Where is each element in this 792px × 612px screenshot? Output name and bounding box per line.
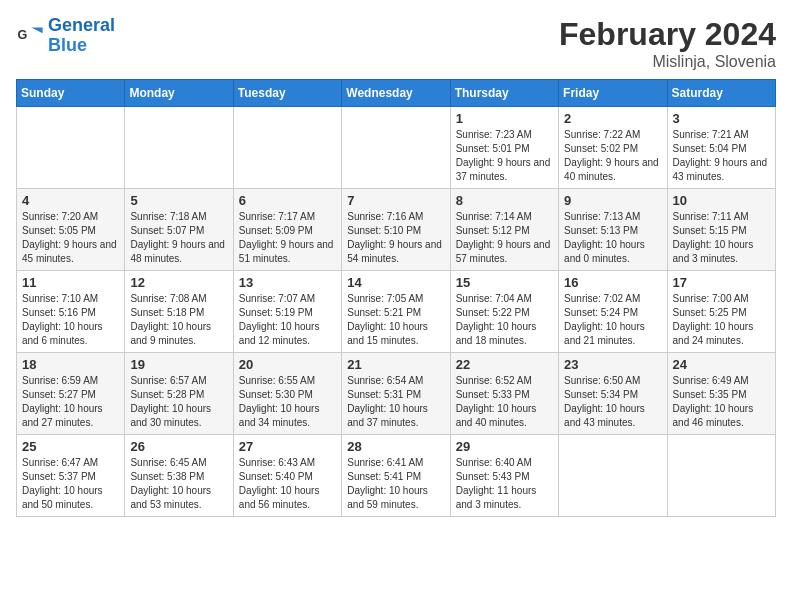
calendar-cell: 26Sunrise: 6:45 AMSunset: 5:38 PMDayligh… — [125, 435, 233, 517]
day-info: Sunrise: 6:40 AMSunset: 5:43 PMDaylight:… — [456, 456, 553, 512]
day-info: Sunrise: 6:41 AMSunset: 5:41 PMDaylight:… — [347, 456, 444, 512]
day-info: Sunrise: 7:04 AMSunset: 5:22 PMDaylight:… — [456, 292, 553, 348]
location-subtitle: Mislinja, Slovenia — [559, 53, 776, 71]
calendar-cell: 3Sunrise: 7:21 AMSunset: 5:04 PMDaylight… — [667, 107, 775, 189]
calendar-cell: 17Sunrise: 7:00 AMSunset: 5:25 PMDayligh… — [667, 271, 775, 353]
logo-text: General Blue — [48, 16, 115, 56]
day-number: 11 — [22, 275, 119, 290]
day-info: Sunrise: 6:47 AMSunset: 5:37 PMDaylight:… — [22, 456, 119, 512]
day-number: 28 — [347, 439, 444, 454]
logo: G General Blue — [16, 16, 115, 56]
day-number: 9 — [564, 193, 661, 208]
calendar-cell: 8Sunrise: 7:14 AMSunset: 5:12 PMDaylight… — [450, 189, 558, 271]
weekday-header-monday: Monday — [125, 80, 233, 107]
calendar-week-5: 25Sunrise: 6:47 AMSunset: 5:37 PMDayligh… — [17, 435, 776, 517]
calendar-cell: 27Sunrise: 6:43 AMSunset: 5:40 PMDayligh… — [233, 435, 341, 517]
day-number: 23 — [564, 357, 661, 372]
calendar-cell: 7Sunrise: 7:16 AMSunset: 5:10 PMDaylight… — [342, 189, 450, 271]
calendar-cell: 11Sunrise: 7:10 AMSunset: 5:16 PMDayligh… — [17, 271, 125, 353]
calendar-cell: 21Sunrise: 6:54 AMSunset: 5:31 PMDayligh… — [342, 353, 450, 435]
day-info: Sunrise: 7:08 AMSunset: 5:18 PMDaylight:… — [130, 292, 227, 348]
calendar-cell: 10Sunrise: 7:11 AMSunset: 5:15 PMDayligh… — [667, 189, 775, 271]
day-number: 22 — [456, 357, 553, 372]
day-number: 1 — [456, 111, 553, 126]
day-info: Sunrise: 6:55 AMSunset: 5:30 PMDaylight:… — [239, 374, 336, 430]
calendar-body: 1Sunrise: 7:23 AMSunset: 5:01 PMDaylight… — [17, 107, 776, 517]
calendar-cell — [559, 435, 667, 517]
day-number: 29 — [456, 439, 553, 454]
day-info: Sunrise: 7:11 AMSunset: 5:15 PMDaylight:… — [673, 210, 770, 266]
calendar-table: SundayMondayTuesdayWednesdayThursdayFrid… — [16, 79, 776, 517]
calendar-week-1: 1Sunrise: 7:23 AMSunset: 5:01 PMDaylight… — [17, 107, 776, 189]
day-info: Sunrise: 6:57 AMSunset: 5:28 PMDaylight:… — [130, 374, 227, 430]
day-info: Sunrise: 7:23 AMSunset: 5:01 PMDaylight:… — [456, 128, 553, 184]
weekday-header-sunday: Sunday — [17, 80, 125, 107]
day-info: Sunrise: 7:18 AMSunset: 5:07 PMDaylight:… — [130, 210, 227, 266]
day-number: 4 — [22, 193, 119, 208]
weekday-header-friday: Friday — [559, 80, 667, 107]
day-number: 27 — [239, 439, 336, 454]
weekday-header-wednesday: Wednesday — [342, 80, 450, 107]
day-info: Sunrise: 7:07 AMSunset: 5:19 PMDaylight:… — [239, 292, 336, 348]
calendar-cell: 25Sunrise: 6:47 AMSunset: 5:37 PMDayligh… — [17, 435, 125, 517]
day-info: Sunrise: 7:10 AMSunset: 5:16 PMDaylight:… — [22, 292, 119, 348]
day-info: Sunrise: 6:43 AMSunset: 5:40 PMDaylight:… — [239, 456, 336, 512]
svg-marker-1 — [31, 27, 42, 33]
calendar-cell: 1Sunrise: 7:23 AMSunset: 5:01 PMDaylight… — [450, 107, 558, 189]
calendar-cell: 12Sunrise: 7:08 AMSunset: 5:18 PMDayligh… — [125, 271, 233, 353]
calendar-cell: 18Sunrise: 6:59 AMSunset: 5:27 PMDayligh… — [17, 353, 125, 435]
day-number: 19 — [130, 357, 227, 372]
page-header: G General Blue February 2024 Mislinja, S… — [16, 16, 776, 71]
day-info: Sunrise: 6:50 AMSunset: 5:34 PMDaylight:… — [564, 374, 661, 430]
calendar-cell: 16Sunrise: 7:02 AMSunset: 5:24 PMDayligh… — [559, 271, 667, 353]
calendar-cell: 29Sunrise: 6:40 AMSunset: 5:43 PMDayligh… — [450, 435, 558, 517]
day-info: Sunrise: 7:22 AMSunset: 5:02 PMDaylight:… — [564, 128, 661, 184]
logo-icon: G — [16, 22, 44, 50]
day-number: 13 — [239, 275, 336, 290]
day-info: Sunrise: 6:49 AMSunset: 5:35 PMDaylight:… — [673, 374, 770, 430]
day-info: Sunrise: 7:13 AMSunset: 5:13 PMDaylight:… — [564, 210, 661, 266]
calendar-week-3: 11Sunrise: 7:10 AMSunset: 5:16 PMDayligh… — [17, 271, 776, 353]
day-info: Sunrise: 7:02 AMSunset: 5:24 PMDaylight:… — [564, 292, 661, 348]
day-number: 15 — [456, 275, 553, 290]
day-number: 18 — [22, 357, 119, 372]
calendar-cell: 9Sunrise: 7:13 AMSunset: 5:13 PMDaylight… — [559, 189, 667, 271]
day-info: Sunrise: 7:21 AMSunset: 5:04 PMDaylight:… — [673, 128, 770, 184]
day-number: 25 — [22, 439, 119, 454]
day-number: 17 — [673, 275, 770, 290]
weekday-header-thursday: Thursday — [450, 80, 558, 107]
calendar-cell: 23Sunrise: 6:50 AMSunset: 5:34 PMDayligh… — [559, 353, 667, 435]
day-number: 21 — [347, 357, 444, 372]
logo-line1: General — [48, 15, 115, 35]
day-number: 6 — [239, 193, 336, 208]
day-info: Sunrise: 7:16 AMSunset: 5:10 PMDaylight:… — [347, 210, 444, 266]
calendar-cell: 19Sunrise: 6:57 AMSunset: 5:28 PMDayligh… — [125, 353, 233, 435]
calendar-cell: 2Sunrise: 7:22 AMSunset: 5:02 PMDaylight… — [559, 107, 667, 189]
day-info: Sunrise: 7:14 AMSunset: 5:12 PMDaylight:… — [456, 210, 553, 266]
weekday-header-tuesday: Tuesday — [233, 80, 341, 107]
day-number: 3 — [673, 111, 770, 126]
calendar-cell: 24Sunrise: 6:49 AMSunset: 5:35 PMDayligh… — [667, 353, 775, 435]
logo-line2: Blue — [48, 35, 87, 55]
calendar-cell: 28Sunrise: 6:41 AMSunset: 5:41 PMDayligh… — [342, 435, 450, 517]
calendar-cell — [667, 435, 775, 517]
day-number: 20 — [239, 357, 336, 372]
day-number: 16 — [564, 275, 661, 290]
calendar-cell: 22Sunrise: 6:52 AMSunset: 5:33 PMDayligh… — [450, 353, 558, 435]
day-info: Sunrise: 6:52 AMSunset: 5:33 PMDaylight:… — [456, 374, 553, 430]
day-number: 10 — [673, 193, 770, 208]
calendar-cell: 5Sunrise: 7:18 AMSunset: 5:07 PMDaylight… — [125, 189, 233, 271]
calendar-cell — [233, 107, 341, 189]
calendar-cell — [125, 107, 233, 189]
day-number: 14 — [347, 275, 444, 290]
day-info: Sunrise: 6:59 AMSunset: 5:27 PMDaylight:… — [22, 374, 119, 430]
calendar-cell: 6Sunrise: 7:17 AMSunset: 5:09 PMDaylight… — [233, 189, 341, 271]
day-number: 8 — [456, 193, 553, 208]
calendar-cell: 14Sunrise: 7:05 AMSunset: 5:21 PMDayligh… — [342, 271, 450, 353]
calendar-cell: 20Sunrise: 6:55 AMSunset: 5:30 PMDayligh… — [233, 353, 341, 435]
calendar-cell: 13Sunrise: 7:07 AMSunset: 5:19 PMDayligh… — [233, 271, 341, 353]
day-info: Sunrise: 6:45 AMSunset: 5:38 PMDaylight:… — [130, 456, 227, 512]
weekday-header-saturday: Saturday — [667, 80, 775, 107]
calendar-cell — [342, 107, 450, 189]
day-number: 2 — [564, 111, 661, 126]
